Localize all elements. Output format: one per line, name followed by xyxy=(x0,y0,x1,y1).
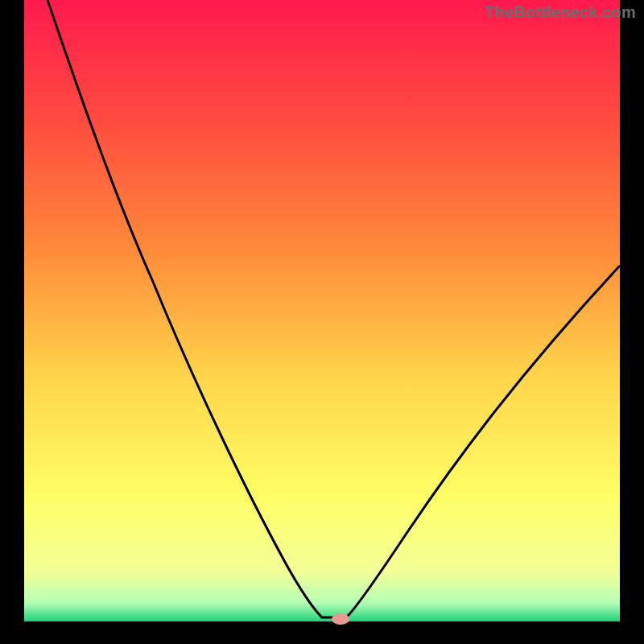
chart-frame: TheBottleneck.com xyxy=(0,0,644,644)
plot-area xyxy=(24,0,620,621)
watermark-text: TheBottleneck.com xyxy=(485,3,636,22)
bottleneck-chart xyxy=(0,0,644,644)
optimum-marker xyxy=(332,613,349,625)
